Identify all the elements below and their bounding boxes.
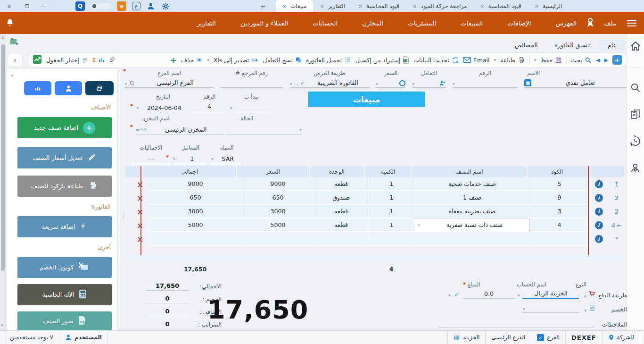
tab-general[interactable]: عام xyxy=(599,40,625,50)
refresh-data-button[interactable]: تحديث البيانات xyxy=(413,57,459,64)
summary-addition-value[interactable]: 0 xyxy=(146,308,189,316)
save-dropdown-icon[interactable]: ▾ xyxy=(534,58,537,62)
nav-prev-icon[interactable]: ◀ xyxy=(596,57,600,63)
close-tab-icon[interactable]: × xyxy=(358,3,363,9)
export-xls-button[interactable]: تصدير إلى Xls xyxy=(214,57,258,64)
totals-shortcut-field[interactable]: الاجماليات ... xyxy=(133,144,169,164)
close-tab-icon[interactable]: × xyxy=(535,3,539,9)
vertical-scrollbar[interactable]: ∧ ∨ xyxy=(0,34,6,330)
restore-window-icon[interactable]: ❐ xyxy=(25,4,29,9)
delete-row-icon[interactable]: × xyxy=(137,221,143,230)
edit-item-prices-button[interactable]: تعديل أسعار الصنف xyxy=(17,147,112,168)
chevron-down-icon[interactable]: ▾ xyxy=(584,308,586,313)
documents-icon[interactable] xyxy=(630,109,641,121)
col-total[interactable]: اجمالي xyxy=(143,166,236,177)
chart-sum-icon[interactable]: Σ xyxy=(92,57,106,63)
search-rail-icon[interactable] xyxy=(630,82,641,94)
nav-next-icon[interactable]: ▶ xyxy=(604,57,608,63)
table-new-row[interactable]: * i × xyxy=(125,232,625,246)
chevron-down-icon[interactable]: ▾ xyxy=(448,293,451,298)
table-row[interactable]: 2 i 9 صنف 1 1 صندوق 650 650 × xyxy=(125,191,625,205)
minimize-window-icon[interactable]: — xyxy=(42,4,47,9)
treasury-status[interactable]: الخزينه xyxy=(447,331,486,344)
print-dropdown-icon[interactable]: ▾ xyxy=(494,58,496,62)
radio-icon[interactable] xyxy=(399,80,405,86)
factor-field[interactable]: المعامل ⇅ 1 xyxy=(173,144,208,164)
dropdown-icon[interactable]: ▾ xyxy=(518,293,520,298)
scroll-up-icon[interactable]: ∧ xyxy=(0,35,6,40)
add-item-button[interactable]: + إضافة صنف جديد xyxy=(17,117,112,138)
toggle-slider[interactable] xyxy=(91,3,111,9)
menu-index[interactable]: الفهرس xyxy=(547,19,585,27)
undo-icon[interactable]: ↩ xyxy=(138,126,143,133)
menu-reports[interactable]: التقارير xyxy=(189,19,224,27)
starts-with-field[interactable]: تبدأ ب ▾ xyxy=(230,93,272,113)
home-icon[interactable] xyxy=(630,41,641,53)
row-info-icon[interactable]: i xyxy=(589,177,609,191)
spinner-icon[interactable]: ⇅ xyxy=(173,157,176,161)
delete-row-icon[interactable]: × xyxy=(137,235,143,244)
menu-file[interactable]: ملف xyxy=(596,19,624,27)
hamburger-menu-icon[interactable] xyxy=(627,20,636,26)
menu-addons[interactable]: الإضافات xyxy=(499,19,539,27)
search-button[interactable]: بحث xyxy=(571,57,592,64)
tab-accounting-entries-2[interactable]: × قيود المحاسبة xyxy=(473,0,528,12)
transaction-field[interactable]: ▾ xyxy=(412,78,446,88)
reference-number-field[interactable] xyxy=(220,78,283,88)
chevron-down-icon[interactable]: ▾ xyxy=(584,294,586,299)
chevron-down-icon[interactable]: ▾ xyxy=(290,82,292,86)
tab-invoice-format[interactable]: تنسيق الفاتورة xyxy=(546,40,599,50)
close-tab-icon[interactable]: × xyxy=(413,3,417,9)
chevron-down-icon[interactable]: ▾ xyxy=(453,82,455,86)
row-info-icon[interactable]: i xyxy=(589,218,609,232)
attachment-icon[interactable] xyxy=(109,56,116,65)
translate-icon[interactable]: ع xyxy=(132,2,140,10)
company-status[interactable]: الشركة xyxy=(603,331,640,344)
copy-transaction-button[interactable]: نسخ التعامل xyxy=(263,57,302,64)
close-tab-icon[interactable]: × xyxy=(320,3,324,9)
more-options-icon[interactable]: ... xyxy=(294,81,298,86)
price-type-field[interactable]: ▾ xyxy=(376,78,405,88)
contact-icon[interactable] xyxy=(630,162,641,175)
col-unit[interactable]: الوحده xyxy=(310,166,364,177)
discount-field[interactable]: ▾ xyxy=(523,307,579,313)
col-code[interactable]: الكود xyxy=(528,166,587,177)
amount-field[interactable]: 0.0 xyxy=(463,290,515,299)
quick-add-button[interactable]: إضافة سريعة xyxy=(17,216,112,237)
discount-coupon-button[interactable]: كوبون الخصم xyxy=(17,257,112,278)
summary-discount-value[interactable]: 0 xyxy=(146,295,189,303)
collapse-sidebar-icon[interactable]: ‹ xyxy=(11,72,13,79)
close-tab-icon[interactable]: × xyxy=(282,3,287,9)
chevron-down-icon[interactable]: ▾ xyxy=(376,82,378,86)
collapse-toolbar-button[interactable]: ∧ xyxy=(8,53,23,67)
account-name-field[interactable]: الخزينة الريال xyxy=(522,290,579,299)
save-button[interactable]: حفظ xyxy=(540,57,562,64)
notes-field[interactable] xyxy=(438,319,594,328)
tab-sales[interactable]: × مبيعات xyxy=(276,0,314,12)
notes-icon[interactable]: ≡ xyxy=(117,1,126,11)
delete-row-icon[interactable]: × xyxy=(137,193,143,203)
menu-accounts[interactable]: الحسابات xyxy=(305,19,346,27)
cart-icon[interactable] xyxy=(588,290,596,299)
main-branch-status[interactable]: الفرع الرئيسى xyxy=(486,331,531,344)
chevron-down-icon[interactable]: ▾ xyxy=(412,82,414,86)
chevron-down-icon[interactable]: ▾ xyxy=(418,223,420,227)
item-name-editor[interactable]: صنف ذات نسبة صفرية ▾ xyxy=(414,218,529,232)
delete-row-icon[interactable]: × xyxy=(137,207,143,217)
menu-clients-suppliers[interactable]: العملاء و الموردين xyxy=(232,19,296,27)
bell-icon[interactable] xyxy=(6,18,14,29)
grid-horizontal-scrollbar[interactable] xyxy=(125,255,625,260)
tab-reports[interactable]: × التقارير xyxy=(313,0,351,12)
insert-image-icon[interactable] xyxy=(9,37,19,47)
col-price[interactable]: السعر xyxy=(237,166,308,177)
confirm-check-icon[interactable]: ✓ xyxy=(454,291,459,298)
delete-row-icon[interactable]: × xyxy=(137,180,143,189)
load-invoice-button[interactable]: تحميل الفاتورة xyxy=(306,57,351,64)
contact-card-icon[interactable]: ▣ xyxy=(524,79,531,86)
row-info-icon[interactable]: i xyxy=(589,191,609,205)
choose-fields-button[interactable]: إختيار الحقول xyxy=(46,57,88,64)
new-tab-button[interactable]: + xyxy=(260,3,265,10)
col-quantity[interactable]: الكميه xyxy=(365,166,411,177)
row-info-icon[interactable]: i xyxy=(589,205,609,218)
panel-resize-handle[interactable]: ⋮ xyxy=(121,212,127,219)
